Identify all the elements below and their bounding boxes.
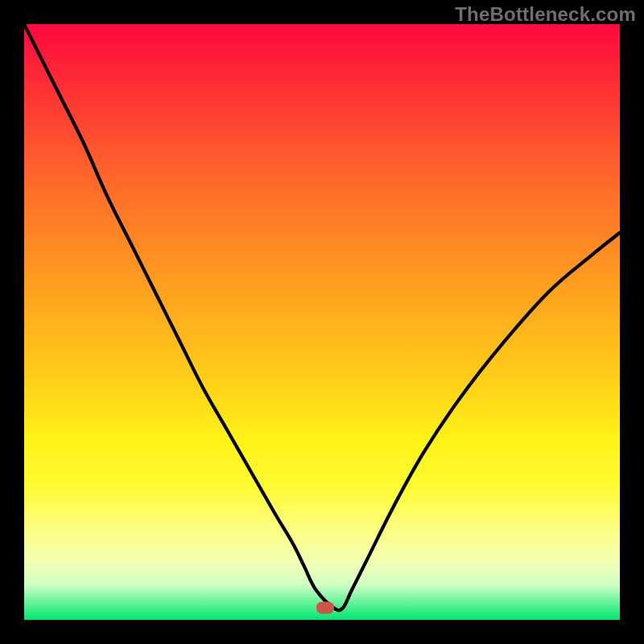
plot-area	[24, 24, 620, 620]
bottleneck-curve	[24, 24, 620, 620]
chart-frame: TheBottleneck.com	[0, 0, 644, 644]
optimal-point-marker	[316, 602, 334, 614]
watermark-label: TheBottleneck.com	[455, 3, 636, 26]
